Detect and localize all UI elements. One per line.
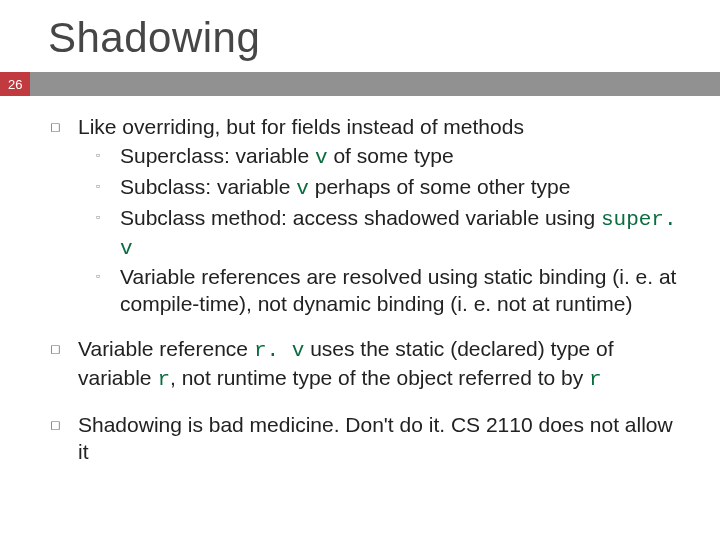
slide: Shadowing 26 ◻ Like overriding, but for … [0,0,720,540]
text: Subclass method: access shadowed variabl… [120,206,601,229]
text: Variable reference [78,337,254,360]
sub-bullet: ▫ Subclass method: access shadowed varia… [78,205,680,263]
text: perhaps of some other type [309,175,571,198]
sub-bullet-body: Superclass: variable v of some type [120,143,680,172]
code-text: r [157,368,170,391]
page-number: 26 [0,72,30,96]
square-icon: ◻ [50,336,78,394]
bullet-body: Variable reference r. v uses the static … [78,336,680,394]
square-icon: ◻ [50,114,78,318]
bullet-body: Shadowing is bad medicine. Don't do it. … [78,412,680,466]
square-icon: ▫ [96,143,120,172]
accent-bar: 26 [0,72,720,96]
square-icon: ▫ [96,205,120,263]
sub-bullet-body: Subclass method: access shadowed variabl… [120,205,680,263]
square-icon: ▫ [96,264,120,318]
bullet-item: ◻ Like overriding, but for fields instea… [50,114,680,318]
text: Variable references are resolved using s… [120,265,676,315]
code-text: r [589,368,602,391]
square-icon: ◻ [50,412,78,466]
bullet-lead: Like overriding, but for fields instead … [78,115,524,138]
bullet-lead: Shadowing is bad medicine. Don't do it. … [78,413,673,463]
text: of some type [328,144,454,167]
sub-bullet: ▫ Subclass: variable v perhaps of some o… [78,174,680,203]
sub-bullet-body: Subclass: variable v perhaps of some oth… [120,174,680,203]
bullet-item: ◻ Variable reference r. v uses the stati… [50,336,680,394]
code-text: r. v [254,339,304,362]
bullet-body: Like overriding, but for fields instead … [78,114,680,318]
sub-bullet: ▫ Superclass: variable v of some type [78,143,680,172]
square-icon: ▫ [96,174,120,203]
code-text: v [296,177,309,200]
code-text: v [315,146,328,169]
text: , not runtime type of the object referre… [170,366,589,389]
sub-bullet-body: Variable references are resolved using s… [120,264,680,318]
slide-title: Shadowing [0,0,720,72]
slide-content: ◻ Like overriding, but for fields instea… [0,96,720,466]
bullet-item: ◻ Shadowing is bad medicine. Don't do it… [50,412,680,466]
text: Superclass: variable [120,144,315,167]
sub-bullet: ▫ Variable references are resolved using… [78,264,680,318]
text: Subclass: variable [120,175,296,198]
